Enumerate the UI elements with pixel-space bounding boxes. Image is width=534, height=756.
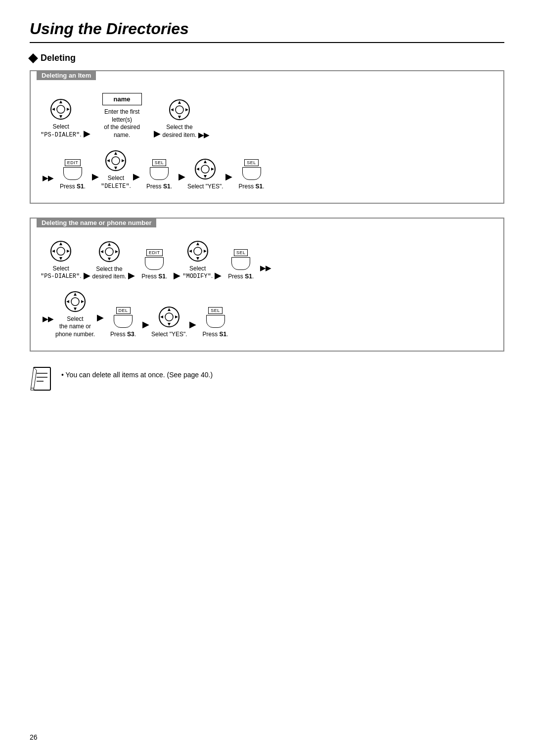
box2-row2: ▶▶ Selectthe name orphone number. ▶ DEL … <box>41 291 493 341</box>
svg-marker-27 <box>59 257 62 260</box>
svg-point-37 <box>194 247 202 255</box>
page-number: 26 <box>30 733 38 741</box>
svg-marker-58 <box>31 367 37 390</box>
svg-marker-11 <box>185 108 188 111</box>
arrow-icon: ▶ <box>177 171 187 191</box>
svg-point-49 <box>165 313 173 321</box>
nav-icon <box>187 240 209 262</box>
svg-marker-4 <box>52 108 55 111</box>
dbl-arrow-icon: ▶▶ <box>258 264 273 281</box>
flow-label: Select"MODIFY". <box>182 265 213 281</box>
svg-marker-51 <box>168 323 171 326</box>
flow-label: Select"PS-DIALER". <box>41 123 82 139</box>
svg-marker-52 <box>160 315 163 318</box>
btn-body <box>114 315 133 328</box>
btn-label: SEL <box>208 307 222 314</box>
flow-item: Select"DELETE". <box>101 150 131 190</box>
svg-point-1 <box>57 105 65 113</box>
arrow-icon: ▶ <box>82 128 92 139</box>
page-title: Using the Directories <box>30 20 504 43</box>
nav-icon <box>50 98 72 120</box>
svg-marker-41 <box>204 250 207 253</box>
svg-marker-35 <box>115 250 118 253</box>
flow-label: Select "YES". <box>151 331 187 339</box>
arrow-icon: ▶ <box>82 270 92 281</box>
svg-marker-8 <box>178 101 181 104</box>
svg-marker-3 <box>59 115 62 118</box>
flow-item: DEL Press S3. <box>106 307 140 339</box>
flow-label: Press S1. <box>238 183 264 191</box>
svg-point-31 <box>105 248 113 256</box>
btn-body <box>206 315 225 328</box>
btn-label: SEL <box>234 249 248 256</box>
svg-point-43 <box>71 298 79 306</box>
svg-marker-47 <box>81 300 84 303</box>
flow-item: EDIT Press S1. <box>137 249 172 281</box>
deleting-name-box: Deleting the name or phone number Select… <box>30 218 504 352</box>
btn-body <box>63 167 82 180</box>
svg-marker-40 <box>189 250 192 253</box>
svg-marker-34 <box>100 250 103 253</box>
arrow-icon: ▶ <box>126 270 137 281</box>
soft-btn-sel4: SEL <box>206 307 225 328</box>
section-heading: Deleting <box>30 53 504 63</box>
btn-label: SEL <box>152 159 167 166</box>
dbl-arrow-icon: ▶▶ <box>196 131 211 139</box>
text-input-box: name <box>102 93 142 105</box>
nav-icon <box>64 291 86 312</box>
flow-item: Selectthe name orphone number. <box>55 291 95 339</box>
flow-label: Press S1. <box>141 273 167 281</box>
flow-label: Selectthe name orphone number. <box>55 315 95 339</box>
flow-label: Press S1. <box>146 183 172 191</box>
svg-marker-9 <box>178 116 181 119</box>
svg-marker-10 <box>171 108 174 111</box>
svg-marker-39 <box>196 257 199 260</box>
svg-marker-44 <box>74 293 77 296</box>
flow-item: SEL Press S1. <box>198 307 233 339</box>
nav-icon <box>158 306 180 328</box>
arrow-icon: ▶ <box>140 319 151 339</box>
box1-label: Deleting an Item <box>37 71 96 80</box>
flow-item: EDIT Press S1. <box>55 159 90 191</box>
arrow-icon: ▶ <box>131 171 142 191</box>
svg-point-7 <box>176 106 183 114</box>
flow-item: Select "YES". <box>151 306 187 339</box>
box1-row1: Select"PS-DIALER". ▶ name Enter the firs… <box>41 93 493 141</box>
soft-btn-sel: SEL <box>150 159 169 180</box>
svg-marker-38 <box>196 242 199 245</box>
flow-item: Select"MODIFY". <box>182 240 213 281</box>
svg-point-25 <box>57 247 65 255</box>
svg-point-19 <box>201 165 209 173</box>
svg-marker-50 <box>168 308 171 311</box>
svg-marker-20 <box>204 160 207 163</box>
note-icon <box>30 365 54 392</box>
soft-btn-sel3: SEL <box>231 249 250 270</box>
svg-marker-14 <box>114 152 117 155</box>
flow-label: Press S3. <box>110 331 136 339</box>
flow-label: Select "YES". <box>187 183 223 191</box>
nav-icon <box>105 150 127 172</box>
arrow-icon: ▶ <box>95 312 106 339</box>
flow-item: SEL Press S1. <box>234 159 269 191</box>
svg-point-13 <box>112 157 120 165</box>
nav-icon <box>194 158 216 180</box>
soft-btn-edit2: EDIT <box>145 249 164 270</box>
btn-label: EDIT <box>65 159 81 166</box>
arrow-icon: ▶ <box>187 319 198 339</box>
svg-marker-16 <box>107 159 110 162</box>
svg-marker-32 <box>108 243 111 246</box>
arrow-icon: ▶ <box>223 171 234 191</box>
svg-marker-33 <box>108 258 111 261</box>
flow-label: Select"PS-DIALER". <box>41 265 82 281</box>
btn-label: DEL <box>116 307 131 314</box>
flow-label: Press S1. <box>228 273 254 281</box>
box2-label: Deleting the name or phone number <box>37 218 156 227</box>
svg-marker-28 <box>52 250 55 253</box>
soft-btn-edit: EDIT <box>63 159 82 180</box>
flow-item: Select"PS-DIALER". <box>41 98 82 139</box>
svg-marker-21 <box>204 175 207 178</box>
box2-row1: Select"PS-DIALER". ▶ Select thedesired i… <box>41 240 493 283</box>
svg-marker-45 <box>74 308 77 311</box>
diamond-icon <box>28 53 38 63</box>
btn-body <box>145 257 164 270</box>
